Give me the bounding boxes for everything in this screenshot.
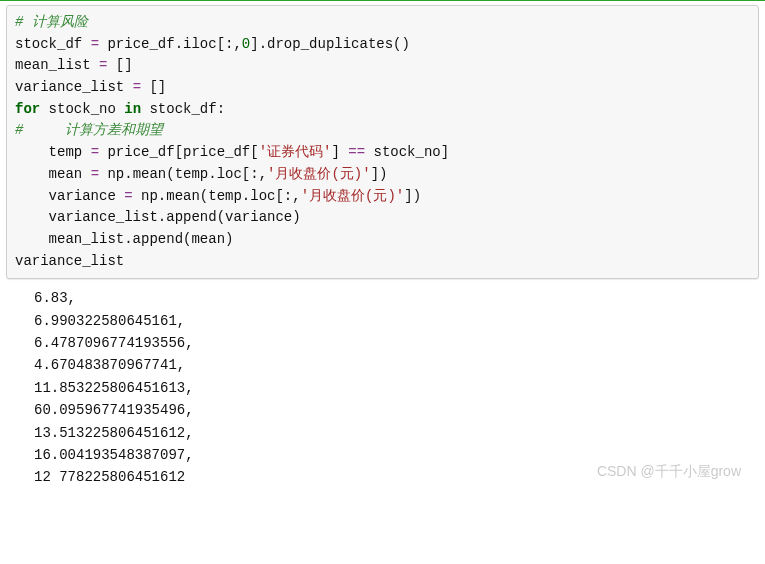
code-text: stock_df <box>15 36 91 52</box>
code-text: price_df.iloc[:, <box>99 36 242 52</box>
output-line: 6.4787096774193556, <box>34 332 759 354</box>
output-line: 16.004193548387097, <box>34 444 759 466</box>
code-keyword: for <box>15 101 40 117</box>
code-text: mean_list <box>15 57 99 73</box>
code-comment: # 计算风险 <box>15 14 88 30</box>
code-op: = <box>91 166 99 182</box>
output-line: 4.670483870967741, <box>34 354 759 376</box>
code-text: [] <box>107 57 132 73</box>
code-keyword: in <box>124 101 141 117</box>
output-line: 6.990322580645161, <box>34 310 759 332</box>
code-string: '月收盘价(元)' <box>301 188 405 204</box>
code-text: [] <box>141 79 166 95</box>
code-text: ]) <box>371 166 388 182</box>
code-op: = <box>91 144 99 160</box>
output-line: 6.83, <box>34 287 759 309</box>
code-op: = <box>133 79 141 95</box>
code-num: 0 <box>242 36 250 52</box>
code-text: ]) <box>404 188 421 204</box>
code-text: stock_no <box>40 101 124 117</box>
code-input-block[interactable]: # 计算风险 stock_df = price_df.iloc[:,0].dro… <box>6 5 759 279</box>
code-text: price_df[price_df[ <box>99 144 259 160</box>
code-op: = <box>91 36 99 52</box>
code-string: '月收盘价(元)' <box>267 166 371 182</box>
code-text: variance_list <box>15 253 124 269</box>
code-op: = <box>124 188 132 204</box>
output-line: 11.853225806451613, <box>34 377 759 399</box>
code-text: np.mean(temp.loc[:, <box>99 166 267 182</box>
code-text: temp <box>15 144 91 160</box>
code-op: == <box>348 144 365 160</box>
code-text: ] <box>331 144 348 160</box>
code-text: ].drop_duplicates() <box>250 36 410 52</box>
code-text: mean <box>15 166 91 182</box>
output-line: 60.095967741935496, <box>34 399 759 421</box>
code-text: stock_no] <box>365 144 449 160</box>
code-text: variance_list.append(variance) <box>15 209 301 225</box>
code-text: variance_list <box>15 79 133 95</box>
code-text: stock_df: <box>141 101 225 117</box>
output-block: 6.83, 6.990322580645161, 6.4787096774193… <box>6 279 759 489</box>
code-comment: # 计算方差和期望 <box>15 122 163 138</box>
output-line: 13.513225806451612, <box>34 422 759 444</box>
notebook-cell: # 计算风险 stock_df = price_df.iloc[:,0].dro… <box>0 0 765 489</box>
output-line: 12 778225806451612 <box>34 466 759 488</box>
code-string: '证券代码' <box>259 144 332 160</box>
code-text: np.mean(temp.loc[:, <box>133 188 301 204</box>
code-text: variance <box>15 188 124 204</box>
code-text: mean_list.append(mean) <box>15 231 233 247</box>
